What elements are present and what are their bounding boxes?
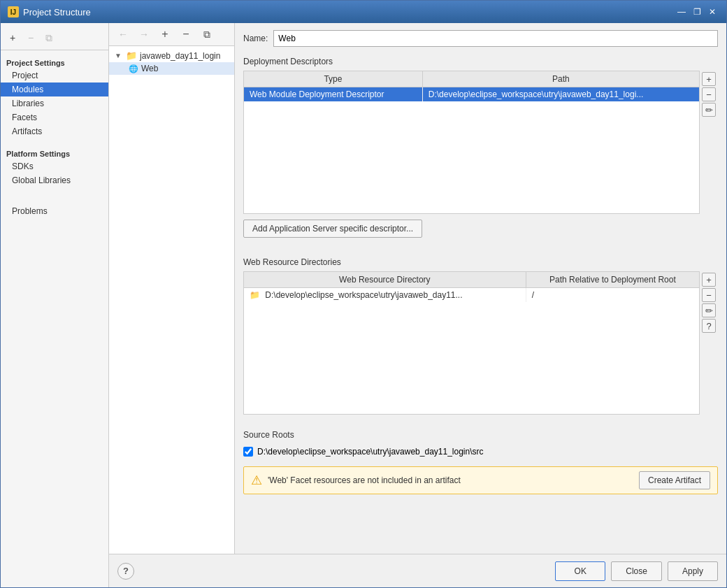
title-bar-left: IJ Project Structure xyxy=(8,6,91,17)
sidebar-remove-button[interactable]: − xyxy=(23,30,38,45)
web-resource-table: Web Resource Directory Path Relative to … xyxy=(244,272,699,414)
deployment-actions: + − ✏ xyxy=(700,71,718,214)
sidebar-item-facets[interactable]: Facets xyxy=(1,110,108,124)
minimize-button[interactable]: — xyxy=(675,5,689,19)
bottom-bar: ? OK Close Apply xyxy=(109,554,726,587)
bottom-left: ? xyxy=(117,563,134,580)
title-bar: IJ Project Structure — ❐ ✕ xyxy=(1,1,726,23)
close-dialog-button[interactable]: Close xyxy=(611,561,662,581)
close-window-button[interactable]: ✕ xyxy=(705,5,719,19)
project-structure-window: IJ Project Structure — ❐ ✕ + − ⧉ Project… xyxy=(0,0,727,588)
sidebar-item-modules[interactable]: Modules xyxy=(1,83,108,96)
name-row: Name: xyxy=(243,30,718,47)
web-dir-icon: 📁 xyxy=(250,290,260,300)
folder-icon: 📁 xyxy=(126,50,137,61)
web-resource-title: Web Resource Directories xyxy=(243,257,718,267)
sidebar-toolbar: + − ⧉ xyxy=(1,29,108,50)
source-roots-title: Source Roots xyxy=(243,430,718,440)
web-resource-help-button[interactable]: ? xyxy=(702,319,716,333)
deployment-path-cell: D:\develop\eclipse_workspace\utry\javawe… xyxy=(422,87,699,102)
nav-toolbar: ← → + − ⧉ xyxy=(109,23,234,46)
forward-button[interactable]: → xyxy=(136,26,152,43)
web-dir-col-header: Web Resource Directory xyxy=(244,272,526,288)
source-root-label: D:\develop\eclipse_workspace\utry\javawe… xyxy=(257,447,484,457)
table-row[interactable]: Web Module Deployment Descriptor D:\deve… xyxy=(244,87,699,102)
ok-button[interactable]: OK xyxy=(555,561,605,581)
tree-root-item[interactable]: ▼ 📁 javaweb_day11_login xyxy=(109,49,234,62)
project-settings-label: Project Settings xyxy=(1,56,108,69)
web-relative-path-cell: / xyxy=(526,288,699,303)
right-panel: ← → + − ⧉ ▼ 📁 javaweb_day11_login xyxy=(109,23,726,587)
type-col-header: Type xyxy=(244,71,422,87)
copy-module-button[interactable]: ⧉ xyxy=(199,26,215,43)
sidebar-item-problems[interactable]: Problems xyxy=(1,204,108,218)
web-resource-actions: + − ✏ ? xyxy=(700,271,718,415)
source-root-row: D:\develop\eclipse_workspace\utry\javawe… xyxy=(243,444,718,459)
create-artifact-button[interactable]: Create Artifact xyxy=(639,471,710,489)
content-flex: ← → + − ⧉ ▼ 📁 javaweb_day11_login xyxy=(109,23,726,554)
restore-button[interactable]: ❐ xyxy=(690,5,704,19)
table-row[interactable]: 📁 D:\develop\eclipse_workspace\utry\java… xyxy=(244,288,699,303)
name-label: Name: xyxy=(243,34,268,43)
module-tree: ▼ 📁 javaweb_day11_login 🌐 Web xyxy=(109,46,234,554)
warning-icon: ⚠ xyxy=(251,473,262,488)
tree-root-label: javaweb_day11_login xyxy=(140,51,220,61)
web-resource-table-with-actions: Web Resource Directory Path Relative to … xyxy=(243,271,718,415)
deployment-edit-button[interactable]: ✏ xyxy=(702,103,716,117)
add-server-descriptor-button[interactable]: Add Application Server specific descript… xyxy=(243,220,422,238)
remove-module-button[interactable]: − xyxy=(178,26,194,43)
warning-text: 'Web' Facet resources are not included i… xyxy=(268,475,633,485)
window-title: Project Structure xyxy=(23,7,91,17)
web-resource-edit-button[interactable]: ✏ xyxy=(702,303,716,317)
deployment-remove-button[interactable]: − xyxy=(702,87,716,101)
back-button[interactable]: ← xyxy=(115,26,131,43)
window-controls: — ❐ ✕ xyxy=(675,5,719,19)
deployment-descriptors-title: Deployment Descriptors xyxy=(243,57,718,66)
sidebar-copy-button[interactable]: ⧉ xyxy=(41,30,57,45)
sidebar-item-libraries[interactable]: Libraries xyxy=(1,96,108,110)
sidebar: + − ⧉ Project Settings Project Modules L… xyxy=(1,23,109,587)
path-col-header: Path xyxy=(422,71,699,87)
platform-settings-label: Platform Settings xyxy=(1,147,108,159)
web-resource-table-container: Web Resource Directory Path Relative to … xyxy=(243,271,700,415)
web-path-col-header: Path Relative to Deployment Root xyxy=(526,272,699,288)
detail-panel: Name: Deployment Descriptors Type xyxy=(235,23,726,554)
sidebar-item-artifacts[interactable]: Artifacts xyxy=(1,124,108,138)
sidebar-item-global-libraries[interactable]: Global Libraries xyxy=(1,173,108,187)
deployment-table: Type Path Web Module Deployment Descript… xyxy=(244,71,699,213)
web-dir-cell: 📁 D:\develop\eclipse_workspace\utry\java… xyxy=(244,288,526,303)
expand-icon: ▼ xyxy=(115,52,123,59)
main-content: + − ⧉ Project Settings Project Modules L… xyxy=(1,23,726,587)
deployment-type-cell: Web Module Deployment Descriptor xyxy=(244,87,422,102)
add-module-button[interactable]: + xyxy=(157,26,173,43)
deployment-descriptors-section: Deployment Descriptors Type Path xyxy=(243,57,718,257)
source-roots-section: Source Roots D:\develop\eclipse_workspac… xyxy=(243,430,718,459)
bottom-right: OK Close Apply xyxy=(555,561,718,581)
app-icon: IJ xyxy=(8,6,19,17)
name-input[interactable] xyxy=(273,30,718,47)
help-button[interactable]: ? xyxy=(117,563,134,580)
sidebar-item-sdks[interactable]: SDKs xyxy=(1,159,108,173)
warning-row: ⚠ 'Web' Facet resources are not included… xyxy=(243,466,718,494)
web-resource-add-button[interactable]: + xyxy=(702,273,716,287)
web-resource-section: Web Resource Directories Web Resource Di… xyxy=(243,257,718,420)
deployment-add-button[interactable]: + xyxy=(702,72,716,86)
web-module-icon: 🌐 xyxy=(129,64,138,73)
source-root-checkbox[interactable] xyxy=(243,447,253,457)
tree-web-item[interactable]: 🌐 Web xyxy=(109,62,234,75)
tree-child-label: Web xyxy=(141,64,158,73)
web-resource-remove-button[interactable]: − xyxy=(702,288,716,302)
deployment-table-container: Type Path Web Module Deployment Descript… xyxy=(243,71,700,214)
sidebar-item-project[interactable]: Project xyxy=(1,69,108,83)
sidebar-add-button[interactable]: + xyxy=(5,30,20,45)
apply-button[interactable]: Apply xyxy=(668,561,718,581)
deployment-table-with-actions: Type Path Web Module Deployment Descript… xyxy=(243,71,718,214)
